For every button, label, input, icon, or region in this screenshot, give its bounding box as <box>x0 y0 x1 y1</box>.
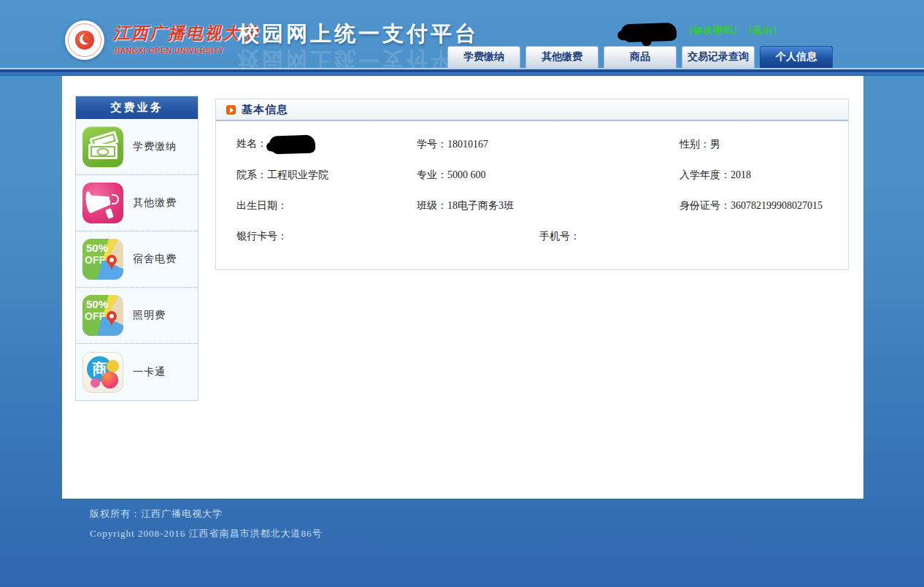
copyright-address: Copyright 2008-2016 江西省南昌市洪都北大道86号 <box>90 527 323 540</box>
field-gender: 性别：男 <box>679 138 720 151</box>
tab-transaction-records[interactable]: 交易记录查询 <box>682 46 755 68</box>
info-row: 院系：工程职业学院 专业：5000 600 入学年度：2018 <box>216 160 848 191</box>
map-pin-icon <box>107 311 117 321</box>
field-enrollment-year: 入学年度：2018 <box>679 169 751 182</box>
megaphone-icon <box>82 183 123 223</box>
panel-body: 姓名： 学号：18010167 性别：男 院系：工程职业学院 专业：5000 6… <box>216 121 848 252</box>
change-password-link[interactable]: [修改密码] <box>689 24 738 37</box>
page: 江西广播电视大学 JIANGXI OPEN UNIVERSITY 校园网上统一支… <box>0 0 924 587</box>
tab-tuition-payment[interactable]: 学费缴纳 <box>447 46 520 68</box>
tab-other-payment[interactable]: 其他缴费 <box>525 46 598 68</box>
tab-personal-info[interactable]: 个人信息 <box>760 46 833 68</box>
sidebar-item-label: 宿舍电费 <box>133 253 177 266</box>
shop-icon: 商 <box>82 352 123 393</box>
university-name-en: JIANGXI OPEN UNIVERSITY <box>113 46 259 55</box>
sidebar-item-label: 其他缴费 <box>133 196 177 210</box>
sidebar-item-label: 照明费 <box>133 309 166 322</box>
main-nav-tabs: 学费缴纳 其他缴费 商品 交易记录查询 个人信息 <box>447 46 833 68</box>
field-major: 专业：5000 600 <box>417 169 486 182</box>
field-bank-card: 银行卡号： <box>236 230 288 243</box>
sidebar-payment-services: 交费业务 学费缴纳 其他缴费 <box>75 96 199 401</box>
info-row: 姓名： 学号：18010167 性别：男 <box>216 129 848 160</box>
section-title: 基本信息 <box>242 103 288 117</box>
basic-info-panel: 基本信息 姓名： 学号：18010167 性别：男 院系：工程职 <box>215 99 849 270</box>
map-discount-icon: 50% OFF <box>82 239 123 280</box>
panel-header: 基本信息 <box>216 99 848 121</box>
field-department: 院系：工程职业学院 <box>236 169 328 182</box>
page-title: 校园网上统一支付平台 <box>238 20 479 49</box>
redacted-name-value <box>269 134 316 154</box>
footer: 版权所有：江西广播电视大学 Copyright 2008-2016 江西省南昌市… <box>90 507 323 547</box>
university-logo <box>65 20 104 60</box>
field-phone: 手机号： <box>539 230 580 243</box>
redacted-username <box>621 23 677 43</box>
sidebar-title: 交费业务 <box>76 96 198 119</box>
field-id-number: 身份证号：360782199908027015 <box>679 199 823 212</box>
logout-link[interactable]: [退出] <box>749 24 777 37</box>
university-name-cn: 江西广播电视大学 <box>113 22 259 45</box>
logo-emblem <box>75 31 94 50</box>
field-student-id: 学号：18010167 <box>417 138 488 151</box>
header-divider <box>0 68 924 76</box>
sidebar-item-lighting-fee[interactable]: 50% OFF 照明费 <box>76 288 198 344</box>
info-row: 银行卡号： 手机号： <box>216 221 848 252</box>
tab-goods[interactable]: 商品 <box>604 46 677 68</box>
sidebar-item-tuition[interactable]: 学费缴纳 <box>76 119 198 175</box>
sidebar-item-one-card[interactable]: 商 一卡通 <box>76 344 198 400</box>
info-row: 出生日期： 班级：18电子商务3班 身份证号：36078219990802701… <box>216 191 848 221</box>
sidebar-item-dorm-electricity[interactable]: 50% OFF 宿舍电费 <box>76 231 198 288</box>
orange-arrow-icon <box>226 105 236 115</box>
map-discount-icon: 50% OFF <box>82 295 123 336</box>
field-birth-date: 出生日期： <box>236 199 288 212</box>
field-name: 姓名： <box>236 136 315 154</box>
sidebar-item-label: 学费缴纳 <box>133 140 177 153</box>
sidebar-item-other-fees[interactable]: 其他缴费 <box>76 175 198 231</box>
field-class: 班级：18电子商务3班 <box>417 199 514 212</box>
map-pin-icon <box>107 255 117 265</box>
copyright-owner: 版权所有：江西广播电视大学 <box>90 507 323 521</box>
content-area: 交费业务 学费缴纳 其他缴费 <box>62 76 863 499</box>
sidebar-item-label: 一卡通 <box>133 366 166 379</box>
banknotes-icon <box>82 126 123 167</box>
university-name: 江西广播电视大学 JIANGXI OPEN UNIVERSITY <box>113 22 259 55</box>
